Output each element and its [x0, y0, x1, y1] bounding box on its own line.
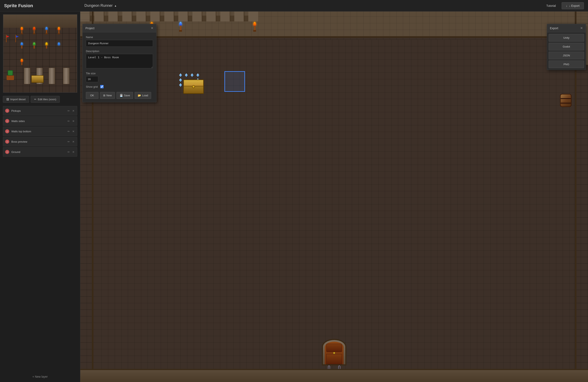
- tileset-preview: [3, 14, 77, 93]
- export-button[interactable]: ↓ ↓ Export: [562, 2, 584, 9]
- new-label: New: [106, 94, 112, 97]
- canvas-area[interactable]: Project ✕ Name Description Level 1 - Bos…: [80, 12, 588, 382]
- dungeon-door: [322, 339, 346, 365]
- layer-actions: ✏ ✕: [67, 140, 75, 144]
- tileset-toolbar: 🖼 Import tileset ✏ Edit tiles (soon): [0, 94, 80, 105]
- layer-edit-button[interactable]: ✏: [67, 150, 70, 154]
- show-grid-row: Show grid: [86, 85, 153, 88]
- layer-edit-button[interactable]: ✏: [67, 140, 70, 144]
- export-label: ↓ Export: [569, 4, 580, 7]
- new-layer-button[interactable]: + New layer: [3, 372, 77, 381]
- load-label: Load: [142, 94, 148, 97]
- layer-item[interactable]: ⊙ Ground ✏ ✕: [3, 147, 77, 157]
- layer-item[interactable]: ⊙ Walls top bottom ✏ ✕: [3, 127, 77, 136]
- project-name-label: Dungeon Runner: [84, 3, 113, 8]
- dialog-actions: OK ⊞ New 💾 Save 📂 Load: [86, 91, 153, 99]
- layer-visibility-icon[interactable]: ⊙: [5, 129, 9, 133]
- show-grid-label: Show grid: [86, 85, 98, 88]
- layer-actions: ✏ ✕: [67, 129, 75, 133]
- layer-visibility-icon[interactable]: ⊙: [5, 119, 9, 123]
- new-layer-label: + New layer: [32, 375, 47, 378]
- export-godot-button[interactable]: Godot: [549, 43, 584, 50]
- torch-3: [253, 22, 256, 32]
- layer-delete-button[interactable]: ✕: [72, 140, 75, 144]
- layer-delete-button[interactable]: ✕: [72, 119, 75, 123]
- export-panel: Export ✕ Unity Godot JSON PNG: [547, 24, 586, 70]
- project-name-button[interactable]: Dungeon Runner ▲: [84, 3, 117, 8]
- ok-button[interactable]: OK: [86, 92, 98, 99]
- project-description-input[interactable]: Level 1 - Boss Room: [86, 54, 153, 68]
- export-png-button[interactable]: PNG: [549, 60, 584, 68]
- export-json-button[interactable]: JSON: [549, 52, 584, 59]
- layer-item[interactable]: ⊙ Pickups ✏ ✕: [3, 106, 77, 116]
- dungeon-scene: Project ✕ Name Description Level 1 - Bos…: [80, 12, 588, 382]
- main-content: 🖼 Import tileset ✏ Edit tiles (soon) ⊙ P…: [0, 12, 588, 382]
- selection-rectangle: [224, 71, 245, 92]
- save-button[interactable]: 💾 Save: [117, 92, 133, 99]
- layer-visibility-icon[interactable]: ⊙: [5, 109, 9, 113]
- tile-size-label: Tile size: [86, 72, 153, 75]
- layer-edit-button[interactable]: ✏: [67, 109, 70, 113]
- layer-edit-button[interactable]: ✏: [67, 119, 70, 123]
- layer-name: Boss preview: [11, 140, 67, 143]
- ground-floor: [95, 40, 573, 382]
- top-bar: Sprite Fusion Dungeon Runner ▲ Tutorial …: [0, 0, 588, 12]
- wall-bottom: [80, 369, 588, 382]
- dialog-header: Project ✕: [83, 24, 156, 32]
- project-name-area: Dungeon Runner ▲: [82, 3, 544, 8]
- export-body: Unity Godot JSON PNG: [547, 32, 586, 70]
- tile-size-input[interactable]: [86, 76, 98, 82]
- import-tileset-button[interactable]: 🖼 Import tileset: [3, 96, 29, 103]
- export-close-button[interactable]: ✕: [580, 26, 583, 30]
- new-button[interactable]: ⊞ New: [100, 92, 115, 99]
- layer-actions: ✏ ✕: [67, 150, 75, 154]
- dialog-close-button[interactable]: ✕: [151, 26, 153, 30]
- edit-label: Edit tiles (soon): [38, 98, 56, 101]
- project-name-field: Name: [86, 36, 153, 47]
- layer-visibility-icon[interactable]: ⊙: [5, 150, 9, 154]
- show-grid-checkbox[interactable]: [100, 85, 104, 88]
- torch-2: [179, 22, 182, 32]
- project-dialog: Project ✕ Name Description Level 1 - Bos…: [82, 24, 156, 102]
- layers-panel: ⊙ Pickups ✏ ✕ ⊙ Walls sides ✏ ✕ ⊙ Walls …: [0, 105, 80, 382]
- export-icon: ↓: [566, 4, 567, 7]
- layer-item[interactable]: ⊙ Boss preview ✏ ✕: [3, 137, 77, 146]
- project-name-input[interactable]: [86, 40, 153, 47]
- edit-icon: ✏: [34, 98, 37, 101]
- layer-delete-button[interactable]: ✕: [72, 109, 75, 113]
- layer-actions: ✏ ✕: [67, 119, 75, 123]
- project-description-field: Description Level 1 - Boss Room: [86, 50, 153, 69]
- project-name-label: Name: [86, 36, 153, 39]
- load-button[interactable]: 📂 Load: [135, 92, 151, 99]
- dialog-title: Project: [85, 27, 94, 30]
- project-name-arrow: ▲: [114, 4, 117, 7]
- app-title: Sprite Fusion: [4, 3, 33, 8]
- layer-actions: ✏ ✕: [67, 109, 75, 113]
- top-bar-right: Tutorial ↓ ↓ Export: [544, 2, 584, 9]
- layer-name: Walls top bottom: [11, 130, 67, 133]
- treasure-chest: [183, 80, 204, 94]
- layer-edit-button[interactable]: ✏: [67, 129, 70, 133]
- export-header: Export ✕: [547, 24, 586, 32]
- layer-visibility-icon[interactable]: ⊙: [5, 140, 9, 144]
- export-panel-title: Export: [550, 27, 558, 30]
- layer-item[interactable]: ⊙ Walls sides ✏ ✕: [3, 116, 77, 126]
- tile-size-field: Tile size: [86, 72, 153, 82]
- layer-name: Walls sides: [11, 120, 67, 123]
- game-canvas: Project ✕ Name Description Level 1 - Bos…: [80, 12, 588, 382]
- barrel: [560, 94, 571, 107]
- dialog-body: Name Description Level 1 - Boss Room Til…: [83, 32, 156, 102]
- export-unity-button[interactable]: Unity: [549, 34, 584, 41]
- save-icon: 💾: [120, 94, 123, 97]
- project-description-label: Description: [86, 50, 153, 53]
- layer-delete-button[interactable]: ✕: [72, 150, 75, 154]
- tutorial-button[interactable]: Tutorial: [544, 3, 558, 9]
- edit-tiles-button[interactable]: ✏ Edit tiles (soon): [31, 96, 60, 103]
- layer-delete-button[interactable]: ✕: [72, 129, 75, 133]
- import-icon: 🖼: [6, 98, 9, 101]
- left-panel: 🖼 Import tileset ✏ Edit tiles (soon) ⊙ P…: [0, 12, 80, 382]
- tileset-canvas: [3, 15, 77, 92]
- layer-name: Pickups: [11, 109, 67, 112]
- app-logo: Sprite Fusion: [4, 3, 82, 8]
- save-label: Save: [124, 94, 130, 97]
